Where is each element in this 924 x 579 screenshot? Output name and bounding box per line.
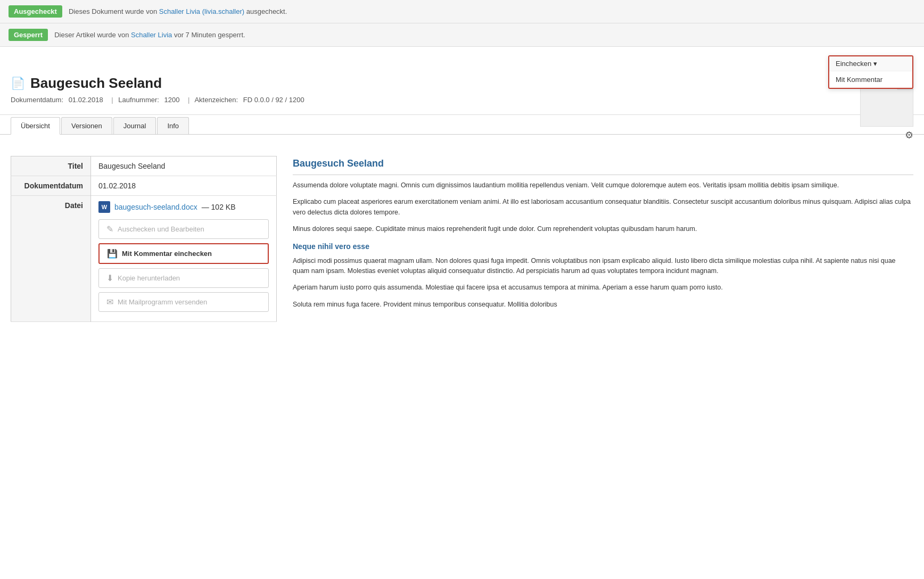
dokumentdatum-row-label: Dokumentdatum <box>11 176 91 196</box>
edit-icon: ✎ <box>106 224 113 234</box>
document-meta: Dokumentdatum: 01.02.2018 | Laufnummer: … <box>11 96 913 104</box>
filename[interactable]: baugesuch-seeland.docx <box>114 203 197 211</box>
einchecken-dropdown-header[interactable]: Einchecken ▾ <box>829 56 912 71</box>
auschecken-button[interactable]: ✎ Auschecken und Bearbeiten <box>98 219 269 239</box>
ausgecheckt-text: Dieses Dokument wurde von Schaller Livia… <box>69 7 287 15</box>
tab-info[interactable]: Info <box>157 117 189 134</box>
einchecken-dropdown-panel: Einchecken ▾ Mit Kommentar <box>828 55 913 89</box>
titel-value: Baugesuch Seeland <box>91 156 277 176</box>
gesperrt-text: Dieser Artikel wurde von Schaller Livia … <box>54 31 245 39</box>
tab-journal[interactable]: Journal <box>113 117 156 134</box>
schaller-livia-link-1[interactable]: Schaller Livia (livia.schaller) <box>159 7 244 15</box>
document-title: Baugesuch Seeland <box>30 75 162 92</box>
save-icon: 💾 <box>107 249 118 259</box>
tab-versionen[interactable]: Versionen <box>61 117 112 134</box>
aktenzeichen-value: FD 0.0.0 / 92 / 1200 <box>243 96 304 104</box>
document-icon: 📄 <box>11 77 25 90</box>
schaller-livia-link-2[interactable]: Schaller Livia <box>131 31 172 39</box>
preview-panel: Baugesuch Seeland Assumenda dolore volup… <box>293 156 913 316</box>
main-content: Titel Baugesuch Seeland Dokumentdatum 01… <box>0 145 924 333</box>
preview-paragraph-3: Minus dolores sequi saepe. Cupiditate mi… <box>293 224 913 234</box>
preview-subtitle: Neque nihil vero esse <box>293 241 913 252</box>
mail-icon: ✉ <box>106 297 113 307</box>
preview-paragraph-2: Explicabo cum placeat asperiores earum e… <box>293 197 913 218</box>
file-row: W baugesuch-seeland.docx — 102 KB <box>98 201 269 213</box>
gear-icon[interactable]: ⚙ <box>905 129 913 141</box>
toolbar-row: Einchecken ▾ Mit Kommentar Aktionen ▾ <box>11 55 913 71</box>
table-row-titel: Titel Baugesuch Seeland <box>11 156 277 176</box>
titel-label: Titel <box>11 156 91 176</box>
preview-title: Baugesuch Seeland <box>293 156 913 175</box>
detail-table: Titel Baugesuch Seeland Dokumentdatum 01… <box>11 156 277 322</box>
mit-kommentar-einchecken-button[interactable]: 💾 Mit Kommentar einchecken <box>98 243 269 264</box>
laufnummer-value: 1200 <box>164 96 180 104</box>
kopie-herunterladen-button[interactable]: ⬇ Kopie herunterladen <box>98 268 269 288</box>
filesize: — 102 KB <box>202 203 236 211</box>
gesperrt-badge: Gesperrt <box>9 29 48 41</box>
toolbar-buttons: Einchecken ▾ Mit Kommentar Aktionen ▾ <box>774 55 913 71</box>
table-row-datei: Datei W baugesuch-seeland.docx — 102 KB … <box>11 196 277 322</box>
mailprogramm-button[interactable]: ✉ Mit Mailprogramm versenden <box>98 292 269 312</box>
notification-ausgecheckt: Ausgecheckt Dieses Dokument wurde von Sc… <box>0 0 924 23</box>
dokumentdatum-label: Dokumentdatum: <box>11 96 63 104</box>
download-icon: ⬇ <box>106 273 113 283</box>
preview-paragraph-4: Adipisci modi possimus quaerat magnam ul… <box>293 256 913 277</box>
preview-paragraph-6: Soluta rem minus fuga facere. Provident … <box>293 300 913 310</box>
ausgecheckt-badge: Ausgecheckt <box>9 5 62 18</box>
table-row-dokumentdatum: Dokumentdatum 01.02.2018 <box>11 176 277 196</box>
preview-paragraph-1: Assumenda dolore voluptate magni. Omnis … <box>293 180 913 191</box>
word-icon: W <box>98 201 110 213</box>
mit-kommentar-dropdown-item[interactable]: Mit Kommentar <box>829 71 912 88</box>
document-title-row: 📄 Baugesuch Seeland <box>11 75 913 92</box>
notification-gesperrt: Gesperrt Dieser Artikel wurde von Schall… <box>0 23 924 47</box>
preview-paragraph-5: Aperiam harum iusto porro quis assumenda… <box>293 283 913 293</box>
aktenzeichen-label: Aktenzeichen: <box>194 96 238 104</box>
datei-cell: W baugesuch-seeland.docx — 102 KB ✎ Ausc… <box>91 196 277 322</box>
header-area: Einchecken ▾ Mit Kommentar Aktionen ▾ 📄 … <box>0 47 924 115</box>
datei-label: Datei <box>11 196 91 322</box>
tab-ubersicht[interactable]: Übersicht <box>11 117 60 135</box>
laufnummer-label: Laufnummer: <box>118 96 159 104</box>
detail-panel: Titel Baugesuch Seeland Dokumentdatum 01… <box>11 156 277 322</box>
dokumentdatum-value: 01.02.2018 <box>69 96 103 104</box>
dokumentdatum-row-value: 01.02.2018 <box>91 176 277 196</box>
